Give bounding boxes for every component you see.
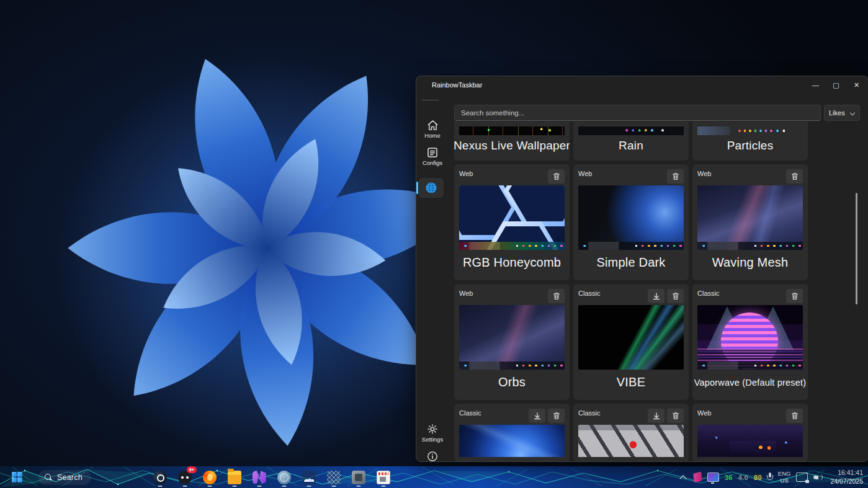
clock[interactable]: 16:41:41 24/07/2025 [830,469,863,485]
trash-icon [672,172,679,180]
chevron-down-icon [850,110,855,115]
maximize-button[interactable]: ▢ [826,76,846,94]
delete-button[interactable] [786,169,803,184]
taskbar-app-discord[interactable]: 9+ [176,468,194,487]
tray-chevron-up-icon[interactable] [678,472,688,482]
search-input[interactable] [454,105,821,121]
globe-icon [425,182,437,194]
trash-icon [553,412,560,420]
selected-nav-indicator [416,182,418,194]
gear-icon [427,424,438,435]
sidebar-item-browse-online[interactable] [419,178,444,198]
taskbar-app-purple-n[interactable] [250,468,269,487]
clock-time: 16:41:41 [838,469,863,477]
taskbar-app-waveform[interactable] [300,468,318,487]
delete-button[interactable] [667,409,684,423]
preset-card[interactable]: Web Waving Mesh [692,164,808,280]
system-tray: 36 4.0 80 ENG US 16:41:41 24/07/2025 [678,466,863,488]
preset-card[interactable]: Classic [454,404,570,462]
preset-thumbnail [697,425,803,457]
folder-icon [228,471,241,484]
delete-button[interactable] [667,169,684,184]
delete-button[interactable] [667,289,684,303]
preset-card[interactable]: Nexus Live Wallpaper [454,122,570,161]
preset-card[interactable]: Web Simple Dark [573,164,689,280]
sort-dropdown[interactable]: Likes [824,105,860,121]
sidebar-item-configs[interactable]: Configs [418,147,447,166]
preset-title: VIBE [578,370,684,395]
running-indicator [331,486,336,487]
close-button[interactable]: ✕ [846,76,867,94]
running-indicator [158,486,162,487]
preset-thumbnail [578,425,684,457]
delete-button[interactable] [786,409,803,423]
tray-stat-green: 36 [725,474,733,481]
vertical-scrollbar[interactable] [856,193,857,304]
retro-sun-art [721,313,778,370]
window-titlebar[interactable]: RainbowTaskbar — ▢ ✕ [416,76,868,94]
card-actions [648,289,684,303]
gray-app-icon [352,471,365,484]
preset-card[interactable]: Rain [573,122,689,161]
window-title: RainbowTaskbar [432,81,482,89]
trash-icon [672,292,679,300]
taskbar-app-mesh[interactable] [324,468,343,487]
taskbar-app-file-explorer[interactable] [225,468,244,487]
preset-card[interactable]: Web Orbs [454,284,570,400]
running-indicator [257,486,261,487]
download-button[interactable] [648,409,664,423]
preset-title: Waving Mesh [697,250,803,275]
download-button[interactable] [648,289,664,303]
taskbar-app-firefox[interactable] [200,468,219,487]
sidebar-item-label: Settings [422,436,443,443]
language-line1: ENG [778,471,791,477]
preset-card[interactable]: Particles [692,122,808,161]
taskbar-app-qbittorrent[interactable] [275,468,293,487]
language-switcher[interactable]: ENG US [778,471,791,484]
preset-thumbnail [578,185,684,250]
download-button[interactable] [529,409,545,423]
taskbar-app-steam[interactable] [151,468,169,487]
microphone-icon[interactable] [767,472,772,482]
pink-tray-app-icon[interactable] [693,472,702,483]
monitor-tray-app-icon[interactable] [707,472,719,482]
preset-type-badge: Web [697,409,711,417]
card-actions [786,409,803,423]
sidebar-item-settings[interactable]: Settings [418,424,447,443]
taskbar-app-gray[interactable] [349,468,368,487]
preset-card[interactable]: Classic Vaporwave (Default preset) [692,284,808,400]
nav-sidebar: Home Configs Settings [416,94,449,461]
card-actions [548,169,565,184]
preset-thumbnail [459,185,565,250]
preset-card[interactable]: Web [692,404,808,462]
notes-app-icon [377,471,390,484]
sidebar-item-label: Configs [423,159,442,166]
sidebar-item-home[interactable]: Home [418,120,447,139]
preset-thumbnail [459,425,565,457]
card-actions [529,409,565,423]
taskbar-app-notes[interactable] [374,468,393,487]
volume-icon[interactable] [813,473,823,482]
sidebar-item-label: Home [424,132,440,139]
preset-type-badge: Web [459,169,473,177]
delete-button[interactable] [786,289,803,303]
water-reflection-art [697,348,803,370]
preset-thumbnail [578,126,684,135]
delete-button[interactable] [548,409,565,423]
preset-card[interactable]: Classic [573,404,689,462]
trash-icon [791,172,799,180]
preset-card[interactable]: Web RGB Honeycomb [454,164,570,280]
taskbar-search[interactable]: Search [38,470,91,485]
qbittorrent-icon [277,471,291,484]
network-icon[interactable] [796,472,808,482]
delete-button[interactable] [548,289,565,303]
delete-button[interactable] [548,169,565,184]
minimize-button[interactable]: — [805,76,826,94]
preset-thumbnail [697,305,803,370]
preset-card[interactable]: Classic VIBE [573,284,689,400]
language-line2: US [781,477,789,484]
preset-type-badge: Web [459,289,473,297]
preset-title: Orbs [459,370,565,395]
start-button[interactable] [6,468,27,487]
sidebar-item-about[interactable]: About [418,451,447,462]
